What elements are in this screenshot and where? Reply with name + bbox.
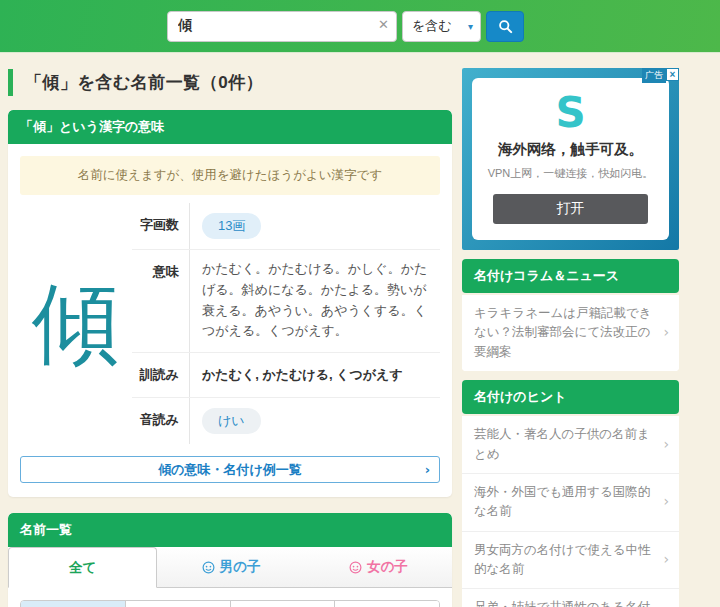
onyomi-badge[interactable]: けい (202, 408, 261, 434)
tab-all-label: 全て (69, 559, 96, 577)
usage-notice: 名前に使えますが、使用を避けたほうがよい漢字です (20, 156, 440, 195)
kunyomi-row: 訓読み かたむく, かたむける, くつがえす (132, 353, 440, 398)
hints-list: 芸能人・著名人の子供の名前まとめ › 海外・外国でも通用する国際的な名前 › 男… (462, 416, 679, 607)
kanji-detail-link-label: 傾の意味・名付け例一覧 (158, 461, 302, 479)
kanji-search-field: ✕ (167, 11, 397, 42)
tab-girls[interactable]: 女の子 (305, 547, 452, 588)
onyomi-label: 音読み (132, 398, 190, 444)
match-type-select[interactable]: を含む ▾ (402, 11, 481, 42)
ad-subtitle: VPN上网，一键连接，快如闪电。 (482, 166, 659, 181)
news-item-label: キラキラネームは戸籍記載できない？法制審部会にて法改正の要綱案 (474, 306, 652, 359)
hint-item-siblings[interactable]: 兄弟・姉妹で共通性のある名付け › (462, 588, 679, 607)
subtab-1char[interactable]: 1文字 (126, 601, 231, 607)
column-news-header: 名付けコラム＆ニュース (462, 259, 679, 293)
ad-label: 广告 (642, 68, 666, 83)
meaning-row: 意味 かたむく。かたむける。かしぐ。かたげる。斜めになる。かたよる。勢いが衰える… (132, 250, 440, 353)
kanji-meaning-card: 「傾」という漢字の意味 名前に使えますが、使用を避けたほうがよい漢字です 傾 字… (8, 110, 452, 497)
boy-face-icon (202, 561, 215, 574)
ad-frame: S 海外网络，触手可及。 VPN上网，一键连接，快如闪电。 打开 (462, 68, 679, 250)
kunyomi-value: かたむく, かたむける, くつがえす (190, 353, 440, 397)
hint-item-label: 海外・外国でも通用する国際的な名前 (474, 485, 650, 518)
chevron-right-icon: › (425, 462, 430, 477)
subtab-2char[interactable]: 2文字 (231, 601, 336, 607)
name-list-header: 名前一覧 (8, 513, 452, 547)
hint-item-label: 兄弟・姉妹で共通性のある名付け (474, 600, 650, 607)
match-type-value: を含む (412, 17, 452, 35)
strokes-row: 字画数 13画 (132, 203, 440, 250)
tab-boys-label: 男の子 (220, 558, 261, 576)
vpn-logo-icon: S (482, 92, 659, 134)
tab-boys[interactable]: 男の子 (157, 547, 304, 588)
chevron-right-icon: › (663, 434, 669, 456)
column-news-list: キラキラネームは戸籍記載できない？法制審部会にて法改正の要綱案 › (462, 295, 679, 371)
meaning-value: かたむく。かたむける。かしぐ。かたげる。斜めになる。かたよる。勢いが衰える。あや… (190, 250, 440, 352)
ad-close-icon[interactable]: × (666, 68, 679, 81)
girl-face-icon (349, 561, 362, 574)
chevron-right-icon: › (663, 549, 669, 571)
chevron-right-icon: › (663, 322, 669, 344)
top-search-bar: ✕ を含む ▾ (0, 0, 720, 53)
ad-open-button[interactable]: 打开 (493, 194, 649, 224)
ad-title: 海外网络，触手可及。 (482, 140, 659, 159)
strokes-badge[interactable]: 13画 (202, 213, 261, 239)
kanji-detail-link[interactable]: 傾の意味・名付け例一覧 › (20, 456, 440, 483)
search-button[interactable] (486, 11, 524, 42)
strokes-label: 字画数 (132, 203, 190, 249)
kanji-glyph: 傾 (20, 203, 132, 444)
hint-item-label: 芸能人・著名人の子供の名前まとめ (474, 427, 650, 460)
onyomi-row: 音読み けい (132, 398, 440, 444)
hint-item-unisex[interactable]: 男女両方の名付けで使える中性的な名前 › (462, 531, 679, 589)
hint-item-label: 男女両方の名付けで使える中性的な名前 (474, 543, 650, 576)
chevron-right-icon: › (663, 491, 669, 513)
kanji-search-input[interactable] (167, 11, 397, 42)
tab-girls-label: 女の子 (367, 558, 408, 576)
length-subtabs: 全て 1文字 2文字 3字以上 (20, 600, 440, 607)
page-title: 「傾」を含む名前一覧（0件） (8, 69, 452, 96)
subtab-all[interactable]: 全て (21, 601, 126, 607)
hint-item-celebrity[interactable]: 芸能人・著名人の子供の名前まとめ › (462, 416, 679, 473)
news-item[interactable]: キラキラネームは戸籍記載できない？法制審部会にて法改正の要綱案 › (462, 295, 679, 371)
kunyomi-label: 訓読み (132, 353, 190, 397)
hint-item-international[interactable]: 海外・外国でも通用する国際的な名前 › (462, 473, 679, 531)
kanji-meaning-header: 「傾」という漢字の意味 (8, 110, 452, 144)
hints-header: 名付けのヒント (462, 380, 679, 414)
clear-icon[interactable]: ✕ (378, 17, 389, 32)
name-list-card: 名前一覧 全て 男の子 女の子 (8, 513, 452, 607)
caret-down-icon: ▾ (468, 21, 473, 32)
kanji-info-table: 傾 字画数 13画 意味 かたむく。かたむける。かしぐ。かたげる。斜めになる。か… (20, 203, 440, 444)
ad-banner[interactable]: 广告 × S 海外网络，触手可及。 VPN上网，一键连接，快如闪电。 打开 (462, 68, 679, 250)
gender-tabs: 全て 男の子 女の子 (8, 547, 452, 588)
tab-all[interactable]: 全て (8, 547, 157, 588)
search-icon (498, 19, 513, 34)
meaning-label: 意味 (132, 250, 190, 352)
subtab-3char[interactable]: 3字以上 (335, 601, 439, 607)
